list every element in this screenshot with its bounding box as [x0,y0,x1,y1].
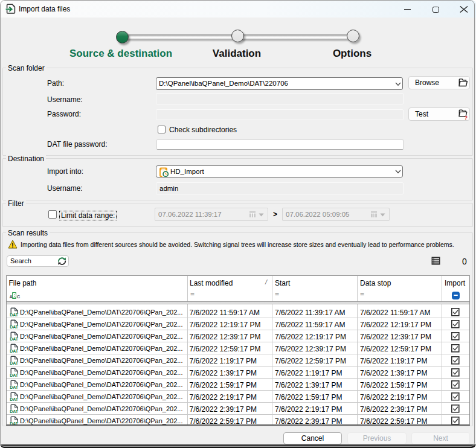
svg-text:DAT: DAT [10,373,19,377]
svg-text:DAT: DAT [10,385,19,389]
svg-text:DAT: DAT [10,337,19,341]
svg-text:DAT: DAT [10,409,19,414]
svg-text:DAT: DAT [10,421,19,426]
svg-text:?: ? [464,114,468,121]
svg-text:DAT: DAT [10,313,19,317]
svg-text:DAT: DAT [10,361,19,365]
svg-text:DAT: DAT [10,349,19,353]
svg-text:DAT: DAT [10,397,19,402]
svg-text:DAT: DAT [10,325,19,329]
